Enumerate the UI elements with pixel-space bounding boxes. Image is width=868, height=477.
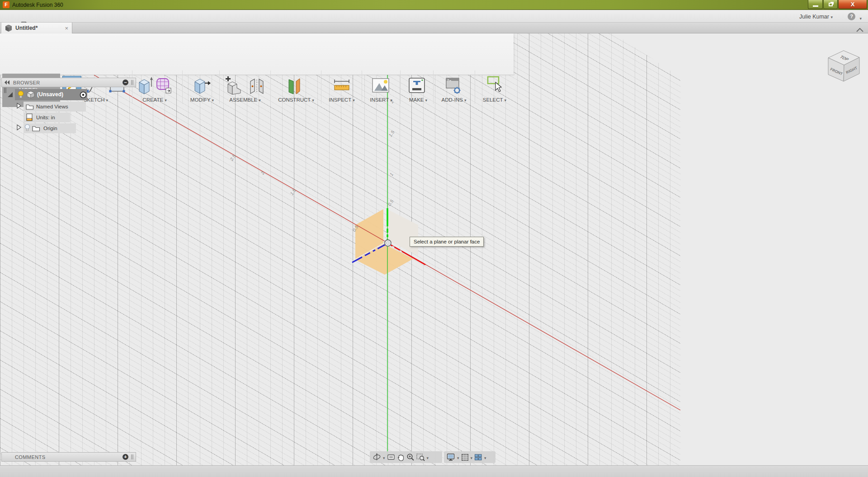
collapse-toolbar-chevron-icon[interactable] (856, 28, 864, 32)
pan-tool-icon[interactable] (397, 454, 405, 461)
view-navigation-toolbar (370, 451, 442, 463)
browser-row-label: Origin (43, 126, 57, 131)
group-label: ASSEMBLE (229, 97, 257, 103)
group-label: SELECT (483, 97, 503, 103)
help-icon: ? (850, 14, 853, 19)
component-cube-icon (27, 91, 35, 98)
minimize-button[interactable] (808, 0, 823, 9)
press-pull-icon (193, 76, 211, 96)
browser-row-label: Units: in (36, 115, 55, 120)
window-title: Autodesk Fusion 360 (12, 2, 63, 8)
measure-icon (333, 78, 351, 95)
close-icon: X (851, 1, 855, 8)
view-cube[interactable]: TOP FRONT RIGHT (828, 51, 859, 81)
select-cursor-icon (486, 75, 504, 96)
dropdown-caret-icon (163, 97, 167, 103)
orbit-tool-icon[interactable] (373, 453, 381, 461)
browser-root-label: (Unsaved) (37, 91, 63, 98)
minimize-icon (813, 5, 818, 7)
scripts-addins-icon (445, 76, 463, 96)
extrude-icon (137, 76, 154, 96)
comments-add-circle-icon[interactable]: + (123, 454, 128, 460)
group-label: MAKE (409, 97, 424, 103)
dropdown-caret-icon (463, 97, 467, 103)
assemble-joint-button[interactable] (248, 77, 266, 98)
joint-icon (248, 77, 266, 96)
document-tab-bar: Untitled* × (0, 23, 868, 33)
title-bar: F Autodesk Fusion 360 X (0, 0, 868, 10)
drag-grip-icon (5, 88, 6, 93)
group-label: CONSTRUCT (278, 97, 311, 103)
restore-button[interactable] (823, 0, 838, 9)
new-component-icon (224, 76, 244, 97)
look-at-tool-icon[interactable] (387, 454, 395, 461)
panel-grip-icon[interactable] (131, 454, 133, 459)
orbit-caret-icon[interactable] (383, 453, 385, 461)
comments-panel-title: COMMENTS (4, 454, 120, 460)
modify-press-pull-button[interactable] (193, 76, 211, 98)
browser-panel-header[interactable]: BROWSER – (1, 78, 136, 87)
insert-button[interactable] (372, 77, 390, 98)
document-tab[interactable]: Untitled* × (1, 23, 72, 33)
activate-component-radio-icon[interactable] (80, 91, 87, 98)
tree-expanded-arrow-icon[interactable] (7, 91, 14, 98)
group-label: MODIFY (190, 97, 211, 103)
tree-collapsed-arrow-icon[interactable] (16, 103, 22, 109)
ribbon-group-select[interactable]: SELECT (467, 97, 522, 103)
comments-panel-header[interactable]: COMMENTS + (1, 452, 136, 462)
tree-collapsed-arrow-icon[interactable] (16, 124, 22, 131)
application-toolbar: Julie Kumar ? (0, 10, 868, 23)
cursor-tooltip: Select a plane or planar face (410, 237, 484, 247)
panel-grip-icon[interactable] (131, 80, 133, 85)
browser-collapse-circle-icon[interactable]: – (123, 80, 128, 85)
zoom-tool-icon[interactable] (406, 453, 415, 461)
add-ins-button[interactable] (445, 76, 463, 98)
user-name: Julie Kumar (799, 14, 829, 20)
timeline-bar (0, 465, 868, 477)
select-button[interactable] (486, 75, 504, 98)
display-settings-icon[interactable] (447, 453, 455, 461)
help-dropdown-caret-icon[interactable] (859, 14, 862, 22)
visibility-bulb-on-icon[interactable] (18, 90, 24, 99)
grid-settings-caret-icon[interactable] (471, 453, 473, 461)
browser-row-label: Named Views (36, 104, 68, 109)
dropdown-caret-icon (257, 97, 261, 103)
group-label: INSPECT (329, 97, 351, 103)
tab-title: Untitled* (15, 25, 61, 31)
display-settings-caret-icon[interactable] (457, 453, 459, 461)
document-cube-icon (5, 25, 12, 32)
drag-grip-icon (4, 88, 5, 93)
folder-icon (32, 125, 40, 131)
make-button[interactable] (408, 76, 426, 98)
dropdown-caret-icon (503, 97, 507, 103)
create-extrude-button[interactable] (137, 76, 154, 98)
browser-panel-title: BROWSER (13, 80, 120, 85)
help-button[interactable]: ? (848, 13, 855, 20)
form-icon (155, 76, 172, 96)
collapse-panel-icon[interactable] (4, 80, 10, 85)
dropdown-caret-icon (211, 97, 214, 103)
grid-settings-icon[interactable] (461, 454, 469, 461)
3d-print-icon (408, 76, 426, 96)
assemble-new-component-button[interactable] (224, 76, 244, 98)
viewports-icon[interactable] (474, 454, 482, 461)
construct-plane-button[interactable] (286, 76, 303, 98)
group-label: INSERT (370, 97, 389, 103)
user-account-menu[interactable]: Julie Kumar (799, 14, 833, 20)
dropdown-caret-icon (105, 97, 108, 103)
inspect-measure-button[interactable] (333, 78, 351, 97)
group-label: ADD-INS (442, 97, 463, 103)
zoom-window-tool-icon[interactable] (416, 453, 425, 461)
ribbon-group-create[interactable]: CREATE (127, 97, 182, 103)
ribbon-group-assemble[interactable]: ASSEMBLE (218, 97, 272, 103)
visibility-bulb-off-icon[interactable] (24, 124, 30, 132)
units-document-icon (26, 113, 33, 121)
close-button[interactable]: X (838, 0, 867, 9)
fusion-logo-icon: F (3, 1, 9, 8)
tab-close-icon[interactable]: × (65, 25, 68, 31)
group-label: CREATE (142, 97, 163, 103)
create-form-button[interactable] (155, 76, 172, 98)
zoom-window-caret-icon[interactable] (427, 453, 429, 461)
viewports-caret-icon[interactable] (484, 453, 486, 461)
user-dropdown-caret-icon (830, 14, 833, 20)
